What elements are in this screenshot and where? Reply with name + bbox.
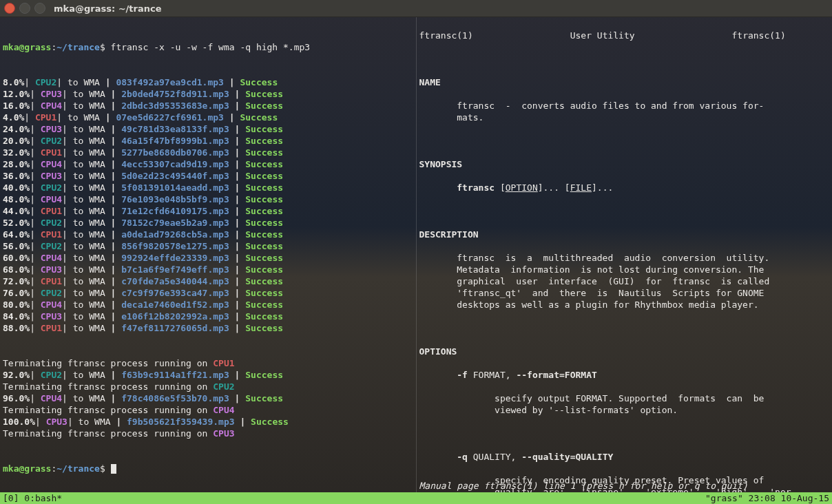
man-opt-q: -q QUALITY, --quality=QUALITY — [419, 451, 830, 463]
maximize-icon[interactable] — [34, 3, 45, 14]
terminate-line: Terminating ftransc process running on C… — [3, 428, 413, 439]
man-header: ftransc(1) User Utility ftransc(1) — [419, 30, 830, 41]
terminal-right-pane[interactable]: ftransc(1) User Utility ftransc(1) NAME … — [417, 17, 833, 492]
progress-row: 40.0%| CPU2| to WMA | 5f081391014aeadd.m… — [3, 182, 413, 193]
progress-row: 84.0%| CPU3| to WMA | e106f12b8202992a.m… — [3, 311, 413, 322]
progress-row: 68.0%| CPU3| to WMA | b7c1a6f9ef749eff.m… — [3, 264, 413, 275]
tmux-statusbar: [0] 0:bash* "grass" 23:08 10-Aug-15 — [0, 492, 832, 504]
progress-row: 72.0%| CPU1| to WMA | c70fde7a5e340044.m… — [3, 275, 413, 287]
terminal-left-pane[interactable]: mka@grass:~/trance$ ftransc -x -u -w -f … — [0, 17, 417, 492]
progress-row: 20.0%| CPU2| to WMA | 46a15f47bf8999b1.m… — [3, 135, 413, 147]
titlebar: mka@grass: ~/trance — [0, 0, 832, 17]
prompt-idle: mka@grass:~/trance$ — [3, 463, 413, 474]
man-options-header: OPTIONS — [419, 346, 830, 357]
statusbar-left: [0] 0:bash* — [3, 492, 62, 504]
man-desc-header: DESCRIPTION — [419, 229, 830, 240]
terminate-line: Terminating ftransc process running on C… — [3, 404, 413, 416]
window-title: mka@grass: ~/trance — [54, 3, 161, 14]
progress-row: 44.0%| CPU1| to WMA | 71e12cfd64109175.m… — [3, 205, 413, 217]
man-opt-f-body: specify output FORMAT. Supported formats… — [419, 392, 830, 416]
progress-row: 76.0%| CPU2| to WMA | c7c9f976e393ca47.m… — [3, 287, 413, 299]
progress-row: 12.0%| CPU3| to WMA | 2b0ded4752f8d911.m… — [3, 88, 413, 100]
progress-row: 8.0%| CPU2| to WMA | 083f492a97ea9cd1.mp… — [3, 76, 413, 88]
progress-row: 24.0%| CPU3| to WMA | 49c781d33ea8133f.m… — [3, 123, 413, 135]
progress-row: 4.0%| CPU1| to WMA | 07ee5d6227cf6961.mp… — [3, 112, 413, 123]
progress-row: 64.0%| CPU1| to WMA | a0de1ad79268cb5a.m… — [3, 229, 413, 240]
progress-row: 32.0%| CPU1| to WMA | 5277be8680db0706.m… — [3, 147, 413, 158]
progress-row: 52.0%| CPU2| to WMA | 78152c79eae5b2a9.m… — [3, 217, 413, 229]
progress-row: 36.0%| CPU3| to WMA | 5d0e2d23c495440f.m… — [3, 170, 413, 182]
close-icon[interactable] — [4, 3, 15, 14]
progress-row: 60.0%| CPU4| to WMA | 992924effde23339.m… — [3, 252, 413, 264]
progress-row: 96.0%| CPU4| to WMA | f78c4086e5f53b70.m… — [3, 392, 413, 404]
progress-row: 92.0%| CPU2| to WMA | f63b9c9114a1ff21.m… — [3, 369, 413, 381]
man-synopsis-body: ftransc [OPTION]... [FILE]... — [419, 182, 830, 193]
progress-row: 16.0%| CPU4| to WMA | 2dbdc3d95353683e.m… — [3, 100, 413, 112]
man-name-body: ftransc - converts audio files to and fr… — [419, 100, 830, 123]
terminate-line: Terminating ftransc process running on C… — [3, 357, 413, 369]
man-name-header: NAME — [419, 76, 830, 88]
man-synopsis-header: SYNOPSIS — [419, 158, 830, 170]
minimize-icon[interactable] — [19, 3, 30, 14]
man-footer: Manual page ftransc(1) line 1 (press h f… — [419, 480, 748, 492]
progress-row: 100.0%| CPU3| to WMA | f9b505621f359439.… — [3, 416, 413, 428]
progress-row: 80.0%| CPU4| to WMA | deca1e7460ed1f52.m… — [3, 299, 413, 311]
man-opt-f: -f FORMAT, --format=FORMAT — [419, 369, 830, 381]
progress-row: 48.0%| CPU4| to WMA | 76e1093e048b5bf9.m… — [3, 193, 413, 205]
progress-row: 88.0%| CPU1| to WMA | f47ef8117276065d.m… — [3, 322, 413, 334]
prompt-line: mka@grass:~/trance$ ftransc -x -u -w -f … — [3, 41, 413, 53]
progress-row: 56.0%| CPU2| to WMA | 856f9820578e1275.m… — [3, 240, 413, 252]
statusbar-right: "grass" 23:08 10-Aug-15 — [705, 492, 829, 504]
man-desc-body: ftransc is a multithreaded audio convers… — [419, 252, 830, 311]
progress-row: 28.0%| CPU4| to WMA | 4ecc53307cad9d19.m… — [3, 158, 413, 170]
terminate-line: Terminating ftransc process running on C… — [3, 381, 413, 392]
cursor-icon — [111, 464, 116, 474]
